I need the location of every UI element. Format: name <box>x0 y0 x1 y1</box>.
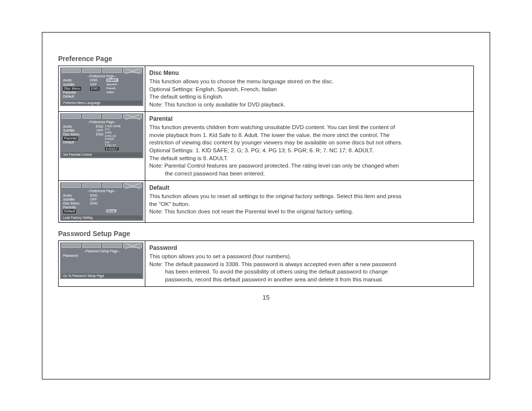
osd-item-label: Subtitle <box>63 198 89 202</box>
osd-item-value: ENG <box>90 78 105 82</box>
osd-item-label: Disc Menu <box>63 133 79 137</box>
osd-default: --Preference Page-- AudioENG SubtitleOFF… <box>60 182 143 221</box>
desc-line: Note: Parental Control features are pass… <box>149 162 469 170</box>
desc-parental: Parental This function prevents children… <box>145 112 474 181</box>
osd-footer: Preferred Menu Language <box>62 101 142 105</box>
osd-item-label: Disc Menu <box>63 87 81 91</box>
osd-rating: 4 PG 13 <box>105 135 140 138</box>
osd-item-label: Audio <box>63 125 72 129</box>
osd-cell-default: --Preference Page-- AudioENG SubtitleOFF… <box>59 181 145 223</box>
osd-tab-icon <box>102 183 122 188</box>
osd-footer: Go To Password Setup Page <box>62 274 142 278</box>
desc-password: Password This option allows you to set a… <box>145 241 474 287</box>
osd-tab-disabled-icon <box>123 114 142 119</box>
desc-heading: Default <box>149 184 469 192</box>
osd-header: --Password Setup Page-- <box>62 249 142 253</box>
osd-item-label: Disc Menu <box>63 202 89 206</box>
osd-item-value: OFF <box>97 129 103 133</box>
desc-line: Note: This function does not reset the P… <box>149 208 469 216</box>
osd-item-label: Parental <box>63 91 89 95</box>
osd-item-label: Subtitle <box>63 129 74 133</box>
osd-tab-icon <box>62 68 81 73</box>
page-number: 15 <box>58 294 474 301</box>
row-parental: --Preference Page-- AudioENG SubtitleOFF… <box>59 112 474 181</box>
osd-footer: Set Parental Control <box>62 152 142 157</box>
osd-tab-icon <box>62 114 81 119</box>
osd-header: --Preference Page-- <box>62 189 142 193</box>
desc-line: the "OK" button. <box>149 201 469 208</box>
osd-tab-icon <box>102 68 122 73</box>
osd-rating: 2 G <box>105 128 140 131</box>
osd-footer: Load Factory Setting <box>62 215 142 220</box>
password-table: --Password Setup Page-- Password Go To P… <box>58 240 474 287</box>
desc-line: passwords, record this default password … <box>149 276 469 284</box>
osd-item-option: Spanish <box>106 83 140 86</box>
osd-rating: 5 PGR <box>105 137 140 141</box>
osd-tab-icon <box>82 243 101 248</box>
osd-tab-icon <box>62 243 81 248</box>
osd-item-option: English <box>106 78 118 82</box>
section-title-password: Password Setup Page <box>58 230 474 238</box>
osd-item-label: Default <box>63 140 74 144</box>
desc-line: This function allows you to choose the m… <box>149 78 469 86</box>
osd-item-value: OFF <box>90 83 105 87</box>
osd-item-label: Audio <box>63 78 89 82</box>
osd-item-value: ENG <box>96 125 103 129</box>
osd-parental: --Preference Page-- AudioENG SubtitleOFF… <box>60 113 143 158</box>
osd-tab-icon <box>82 68 101 73</box>
desc-line: restriction of viewing disc content by y… <box>149 139 469 147</box>
osd-item-option: Italian <box>106 91 140 94</box>
osd-item-label: Parental <box>63 206 89 209</box>
osd-tab-icon <box>62 183 81 188</box>
desc-line: The default setting is 8. ADULT. <box>149 155 469 163</box>
osd-cell-password: --Password Setup Page-- Password Go To P… <box>59 241 145 287</box>
osd-item-value: ENG <box>90 194 105 198</box>
osd-tab-icon <box>102 114 122 119</box>
row-default: --Preference Page-- AudioENG SubtitleOFF… <box>59 181 474 223</box>
osd-rating: 1 KID SAFE <box>105 125 140 128</box>
desc-line: has been entered. To avoid the possibili… <box>149 268 469 276</box>
osd-item-label: Default <box>63 95 89 99</box>
osd-item-value: ENG <box>90 202 105 206</box>
osd-header: --Preference Page-- <box>62 120 142 124</box>
osd-item-value: OFF <box>90 198 105 202</box>
row-password: --Password Setup Page-- Password Go To P… <box>59 241 474 287</box>
osd-tab-icon <box>82 183 101 188</box>
preference-table: --Preference Page-- AudioENGEnglish Subt… <box>58 66 474 223</box>
osd-item-label: Subtitle <box>63 83 89 87</box>
osd-password: --Password Setup Page-- Password Go To P… <box>60 242 143 279</box>
osd-header: --Preference Page-- <box>62 74 142 78</box>
desc-heading: Password <box>149 244 469 252</box>
osd-rating: 3 PG <box>105 131 140 135</box>
desc-line: Optional Settings: 1. KID SAFE; 2. G; 3.… <box>149 147 469 155</box>
osd-tab-disabled-icon <box>123 243 142 248</box>
osd-item-value: ENG <box>96 133 103 137</box>
osd-tab-disabled-icon <box>123 68 142 73</box>
desc-line: This function allows you to reset all se… <box>149 193 469 201</box>
osd-disc-menu: --Preference Page-- AudioENGEnglish Subt… <box>60 68 143 106</box>
desc-line: movie playback from 1. Kid Safe to 8. Ad… <box>149 132 469 139</box>
osd-cell-disc-menu: --Preference Page-- AudioENGEnglish Subt… <box>59 66 145 112</box>
desc-default: Default This function allows you to rese… <box>145 181 474 223</box>
row-disc-menu: --Preference Page-- AudioENGEnglish Subt… <box>59 66 474 112</box>
osd-tab-disabled-icon <box>123 183 142 188</box>
desc-heading: Parental <box>149 115 469 123</box>
page-frame: Preference Page --Preference Page-- Audi… <box>42 32 490 379</box>
osd-cell-parental: --Preference Page-- AudioENG SubtitleOFF… <box>59 112 145 181</box>
osd-item-option: French <box>106 87 140 90</box>
osd-item-label: Audio <box>63 194 89 198</box>
osd-rating: 7 NC 17 <box>105 144 140 147</box>
osd-rating: 6 R <box>105 141 140 144</box>
osd-tab-icon <box>82 114 101 119</box>
osd-item-value: ENG <box>90 87 100 91</box>
page-content: Preference Page --Preference Page-- Audi… <box>58 55 474 301</box>
osd-item-value: Reset <box>106 209 116 213</box>
desc-line: Optional Settings: English, Spanish, Fre… <box>149 86 469 94</box>
osd-item-label: Parental <box>63 137 78 140</box>
desc-line: The default setting is English. <box>149 93 469 101</box>
osd-item-label: Password <box>63 254 89 258</box>
osd-tab-icon <box>102 243 122 248</box>
desc-disc-menu: Disc Menu This function allows you to ch… <box>145 66 474 112</box>
desc-line: Note: This function is only available fo… <box>149 101 469 109</box>
osd-item-label: Default <box>63 209 76 213</box>
